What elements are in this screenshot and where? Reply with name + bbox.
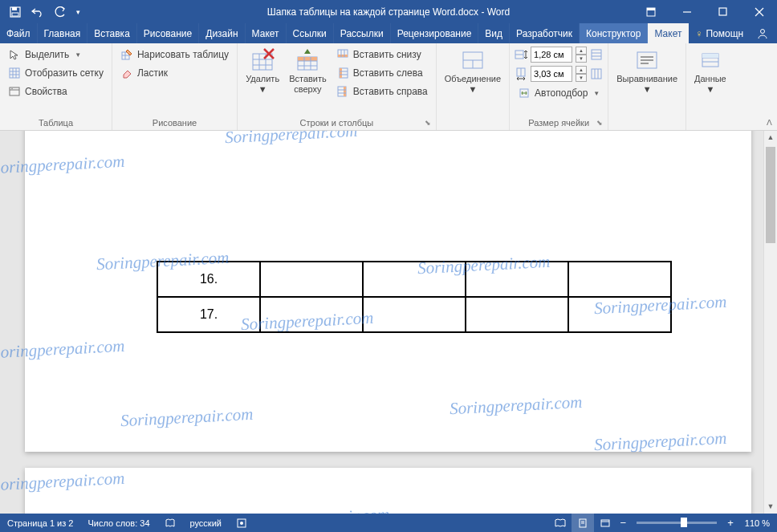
web-layout-button[interactable] (594, 514, 616, 532)
insert-right-button[interactable]: Вставить справа (333, 83, 431, 100)
cell-number[interactable]: 17. (157, 297, 260, 332)
zoom-thumb[interactable] (681, 518, 687, 527)
tab-table-layout[interactable]: Макет (648, 23, 689, 43)
alignment-button[interactable]: Выравнивание▼ (613, 46, 681, 95)
scroll-up-button[interactable]: ▲ (764, 131, 777, 144)
row-height-input[interactable] (531, 47, 572, 63)
document-area: 16. 17. № п/п Исполнитель Задача Оценка … (0, 131, 777, 514)
read-mode-button[interactable] (549, 514, 572, 532)
svg-rect-21 (253, 54, 272, 70)
tab-table-design[interactable]: Конструктор (580, 23, 648, 43)
share-button[interactable] (750, 27, 775, 40)
tab-draw[interactable]: Рисование (137, 23, 199, 43)
column-width-icon (515, 67, 527, 80)
merge-button[interactable]: Объединение▼ (441, 46, 504, 95)
table-row[interactable]: 17. (157, 297, 671, 332)
eraser-button[interactable]: Ластик (117, 64, 232, 82)
zoom-level[interactable]: 110 % (738, 514, 777, 532)
tab-home[interactable]: Главная (38, 23, 88, 43)
delete-label: Удалить (246, 74, 279, 83)
data-button[interactable]: Данные▼ (691, 46, 730, 95)
tab-mailings[interactable]: Рассылки (334, 23, 391, 43)
autofit-button[interactable]: Автоподбор ▼ (515, 84, 603, 102)
tab-file[interactable]: Файл (0, 23, 38, 43)
ribbon-display-button[interactable] (633, 0, 669, 23)
group-merge-label (441, 116, 504, 130)
group-alignment: Выравнивание▼ (608, 43, 686, 130)
select-label: Выделить (25, 49, 69, 60)
cell-number[interactable]: 16. (157, 262, 260, 297)
page-1[interactable]: 16. 17. (25, 131, 751, 452)
word-count[interactable]: Число слов: 34 (80, 514, 157, 532)
draw-table-label: Нарисовать таблицу (137, 49, 229, 60)
print-layout-button[interactable] (572, 514, 594, 532)
tab-developer[interactable]: Разработчик (510, 23, 580, 43)
title-bar: ▾ Шапка таблицы на каждой странице Word.… (0, 0, 777, 23)
tab-review[interactable]: Рецензирование (391, 23, 479, 43)
view-gridlines-button[interactable]: Отобразить сетку (5, 64, 107, 82)
grid-icon (8, 67, 21, 79)
svg-point-9 (761, 29, 765, 33)
svg-rect-4 (647, 8, 655, 10)
svg-point-17 (11, 88, 12, 89)
tell-me-label: Помощн (706, 28, 743, 39)
tab-references[interactable]: Ссылки (287, 23, 334, 43)
group-align-label (613, 116, 681, 130)
draw-table-button[interactable]: Нарисовать таблицу (117, 46, 232, 63)
ribbon-tabs: Файл Главная Вставка Рисование Дизайн Ма… (0, 23, 777, 43)
save-button[interactable] (5, 2, 26, 22)
tell-me-button[interactable]: ♀ Помощн (689, 23, 750, 43)
tab-view[interactable]: Вид (478, 23, 510, 43)
group-table: Выделить ▼ Отобразить сетку Свойства Таб… (0, 43, 112, 130)
undo-button[interactable] (27, 2, 48, 22)
height-spinner[interactable]: ▲▼ (576, 47, 587, 63)
spell-check-button[interactable] (157, 514, 183, 532)
select-button[interactable]: Выделить ▼ (5, 46, 107, 63)
tab-layout[interactable]: Макет (246, 23, 287, 43)
maximize-button[interactable] (705, 0, 741, 23)
autofit-icon (518, 87, 531, 99)
svg-rect-15 (10, 87, 19, 95)
insert-above-label: Вставитьсверху (289, 74, 327, 94)
width-spinner[interactable]: ▲▼ (576, 66, 587, 82)
zoom-in-button[interactable]: + (723, 517, 738, 529)
insert-below-button[interactable]: Вставить снизу (333, 46, 431, 63)
tab-insert[interactable]: Вставка (87, 23, 137, 43)
insert-above-button[interactable]: Вставитьсверху (286, 46, 330, 95)
dialog-launcher-icon[interactable]: ⬊ (595, 119, 604, 128)
insert-left-button[interactable]: Вставить слева (333, 64, 431, 82)
page-indicator[interactable]: Страница 1 из 2 (0, 514, 80, 532)
svg-rect-6 (719, 8, 726, 15)
properties-button[interactable]: Свойства (5, 83, 107, 100)
svg-rect-51 (592, 50, 601, 59)
language-indicator[interactable]: русский (183, 514, 229, 532)
scroll-down-button[interactable]: ▼ (764, 500, 777, 514)
zoom-out-button[interactable]: − (616, 517, 631, 529)
scroll-thumb[interactable] (766, 147, 775, 243)
table-row[interactable]: 16. (157, 262, 671, 297)
status-bar: Страница 1 из 2 Число слов: 34 русский −… (0, 514, 777, 532)
merge-label: Объединение (445, 74, 501, 83)
svg-rect-43 (344, 87, 346, 96)
svg-rect-39 (340, 68, 342, 78)
page-2[interactable]: № п/п Исполнитель Задача Оценка Время 18… (25, 468, 751, 514)
distribute-cols-icon[interactable] (590, 67, 603, 80)
document-table-1[interactable]: 16. 17. (157, 261, 672, 333)
delete-table-icon (250, 47, 275, 73)
qat-customize-button[interactable]: ▾ (72, 2, 83, 22)
zoom-slider[interactable] (637, 522, 717, 524)
macro-button[interactable] (229, 514, 254, 532)
distribute-rows-icon[interactable] (590, 48, 603, 61)
column-width-input[interactable] (531, 66, 572, 82)
minimize-button[interactable] (669, 0, 705, 23)
vertical-scrollbar[interactable]: ▲ ▼ (763, 131, 777, 514)
svg-rect-56 (592, 69, 601, 79)
tab-design[interactable]: Дизайн (199, 23, 245, 43)
group-table-label: Таблица (5, 116, 107, 130)
close-button[interactable] (741, 0, 777, 23)
dialog-launcher-icon[interactable]: ⬊ (423, 119, 433, 128)
delete-button[interactable]: Удалить▼ (242, 46, 283, 95)
collapse-ribbon-button[interactable]: ᐱ (767, 118, 772, 127)
data-label: Данные (694, 74, 726, 83)
redo-button[interactable] (50, 2, 71, 22)
